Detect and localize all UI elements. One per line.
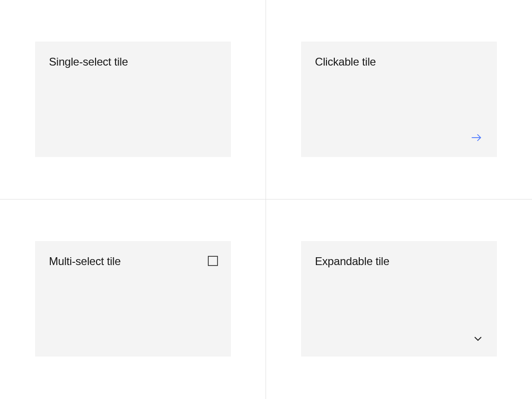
tile-title: Single-select tile — [49, 55, 217, 68]
cell-clickable: Clickable tile — [266, 0, 532, 200]
cell-expandable: Expandable tile — [266, 200, 532, 399]
cell-single-select: Single-select tile — [0, 0, 266, 200]
tile-title: Expandable tile — [315, 255, 483, 268]
tile-examples-grid: Single-select tile Clickable tile Multi-… — [0, 0, 532, 399]
cell-multi-select: Multi-select tile — [0, 200, 266, 399]
tile-title: Clickable tile — [315, 55, 483, 68]
clickable-tile[interactable]: Clickable tile — [301, 42, 497, 157]
expandable-tile[interactable]: Expandable tile — [301, 241, 497, 357]
single-select-tile[interactable]: Single-select tile — [35, 42, 231, 157]
multi-select-tile[interactable]: Multi-select tile — [35, 241, 231, 357]
chevron-down-icon[interactable] — [473, 333, 483, 344]
svg-rect-1 — [208, 256, 218, 266]
checkbox-icon[interactable] — [208, 256, 218, 266]
arrow-right-icon — [470, 131, 483, 144]
tile-title: Multi-select tile — [49, 255, 217, 268]
